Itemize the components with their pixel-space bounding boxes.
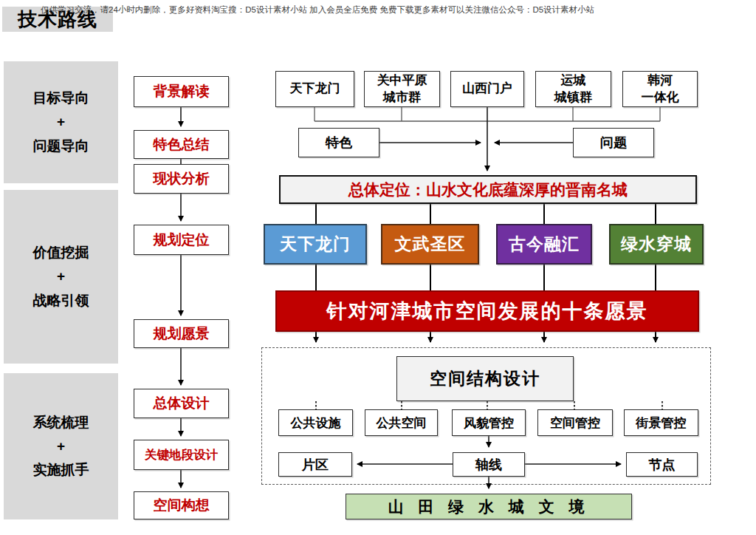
theme-box-wenwu: 文武圣区 — [381, 224, 479, 265]
level-box-axis: 轴线 — [453, 452, 525, 477]
flow-step-overall-design: 总体设计 — [134, 389, 229, 418]
control-box-public-facilities: 公共设施 — [278, 409, 353, 436]
summary-arrows — [379, 107, 573, 171]
context-box-hanhe-integration: 韩河 一体化 — [622, 71, 698, 107]
positioning-banner: 总体定位：山水文化底蕴深厚的晋南名城 — [279, 175, 697, 204]
problem-box: 问题 — [573, 128, 654, 157]
control-box-space-control: 空间管控 — [537, 409, 613, 436]
control-box-streetscape-control: 街景管控 — [624, 409, 698, 436]
flow-step-status-analysis: 现状分析 — [134, 164, 229, 194]
phase-panel-system-implementation: 系统梳理 + 实施抓手 — [4, 373, 118, 519]
flow-step-planning-positioning: 规划定位 — [134, 225, 229, 255]
phase-panel-value-strategy: 价值挖掘 + 战略引领 — [4, 190, 118, 364]
flow-step-spatial-concept: 空间构想 — [134, 491, 229, 519]
flow-step-feature-summary: 特色总结 — [134, 130, 229, 159]
theme-box-longmen: 天下龙门 — [264, 224, 367, 265]
context-box-shanxi-gateway: 山西门户 — [450, 71, 524, 107]
context-box-yuncheng-towns: 运城 城镇群 — [535, 71, 611, 107]
context-box-guanzhong-plain: 关中平原 城市群 — [364, 71, 440, 107]
phase-panel-goal-problem: 目标导向 + 问题导向 — [4, 61, 118, 183]
level-box-node: 节点 — [626, 452, 698, 477]
control-box-public-space: 公共空间 — [365, 409, 438, 436]
theme-box-gujin: 古今融汇 — [496, 224, 592, 265]
level-box-district: 片区 — [278, 452, 352, 477]
watermark-text: 仅供学习交流，请24小时内删除，更多好资料淘宝搜：D5设计素材小站 加入会员全店… — [41, 4, 594, 16]
feature-box: 特色 — [298, 128, 379, 157]
outcome-banner: 山 田 绿 水 城 文 境 — [346, 494, 632, 519]
structure-design-box: 空间结构设计 — [396, 356, 574, 401]
theme-box-lvshui: 绿水穿城 — [609, 224, 704, 265]
flow-step-background: 背景解读 — [134, 76, 229, 107]
flow-step-planning-vision: 规划愿景 — [134, 319, 229, 348]
vision-banner: 针对河津城市空间发展的十条愿景 — [275, 290, 699, 332]
control-box-style-control: 风貌管控 — [452, 409, 526, 436]
flow-step-key-area-design: 关键地段设计 — [134, 440, 229, 470]
context-box-longmen: 天下龙门 — [275, 71, 354, 107]
slide-canvas: 技术路线 仅供学习交流，请24小时内删除，更多好资料淘宝搜：D5设计素材小站 加… — [0, 0, 756, 535]
structure-dotted-connectors — [316, 401, 662, 409]
